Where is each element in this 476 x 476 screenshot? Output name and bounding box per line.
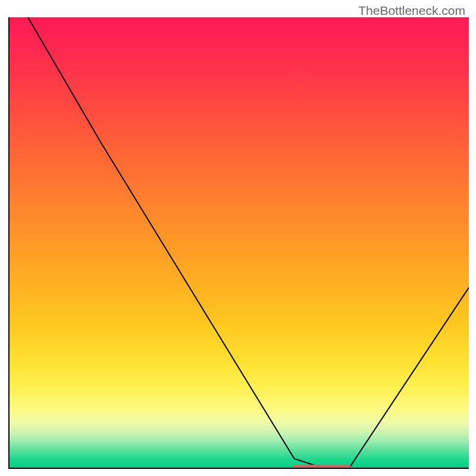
bottleneck-curve	[10, 17, 469, 468]
optimal-range-marker	[293, 465, 352, 469]
chart-plot-area	[8, 17, 469, 469]
watermark-text: TheBottleneck.com	[358, 4, 465, 18]
